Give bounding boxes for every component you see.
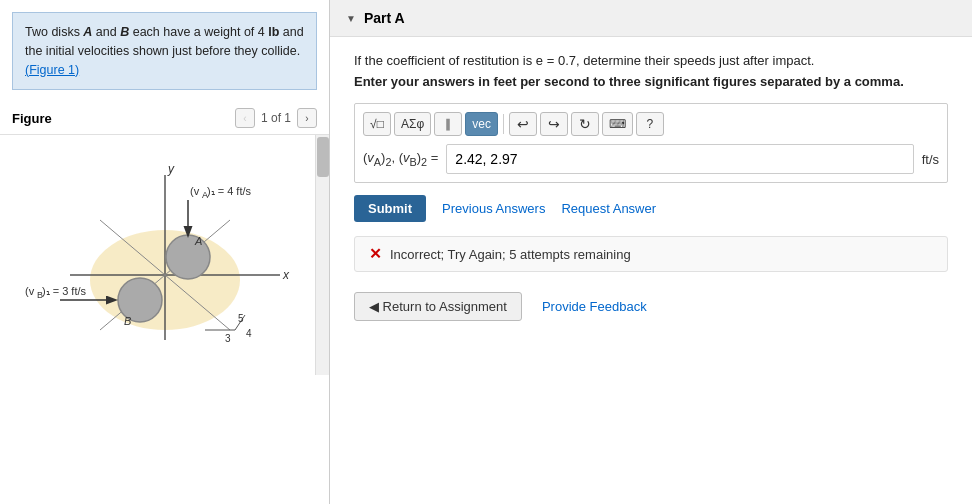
- undo-button[interactable]: ↩: [509, 112, 537, 136]
- question-text: If the coefficient of restitution is e =…: [354, 53, 948, 68]
- physics-diagram: x y A B: [20, 145, 310, 365]
- request-answer-button[interactable]: Request Answer: [561, 201, 656, 216]
- figure-label: Figure: [12, 111, 235, 126]
- figure-next-button[interactable]: ›: [297, 108, 317, 128]
- scrollbar[interactable]: [315, 135, 329, 375]
- part-header: ▼ Part A: [330, 0, 972, 37]
- figure-link[interactable]: (Figure 1): [25, 63, 79, 77]
- separator: [503, 114, 504, 134]
- instruction-text: Enter your answers in feet per second to…: [354, 74, 948, 89]
- action-row: Submit Previous Answers Request Answer: [354, 195, 948, 222]
- svg-text:(v: (v: [25, 285, 35, 297]
- svg-point-7: [166, 235, 210, 279]
- svg-text:3: 3: [225, 333, 231, 344]
- refresh-button[interactable]: ↻: [571, 112, 599, 136]
- sqrt-button[interactable]: √□: [363, 112, 391, 136]
- math-input-row: (vA)2, (vB)2 = ft/s: [363, 144, 939, 174]
- svg-text:)₁ = 3 ft/s: )₁ = 3 ft/s: [42, 285, 87, 297]
- return-to-assignment-button[interactable]: ◀ Return to Assignment: [354, 292, 522, 321]
- svg-text:(v: (v: [190, 185, 200, 197]
- svg-text:A: A: [194, 235, 202, 247]
- bottom-row: ◀ Return to Assignment Provide Feedback: [354, 292, 948, 337]
- svg-text:y: y: [167, 162, 175, 176]
- svg-text:)₁ = 4 ft/s: )₁ = 4 ft/s: [207, 185, 252, 197]
- problem-text-static: Two disks A and B each have a weight of …: [25, 25, 304, 58]
- keyboard-button[interactable]: ⌨: [602, 112, 633, 136]
- sigma-button[interactable]: ΑΣφ: [394, 112, 431, 136]
- figure-header: Figure ‹ 1 of 1 ›: [0, 102, 329, 135]
- math-answer-input[interactable]: [446, 144, 913, 174]
- error-message: Incorrect; Try Again; 5 attempts remaini…: [390, 247, 631, 262]
- svg-text:5: 5: [238, 313, 244, 324]
- figure-svg: x y A B: [0, 135, 329, 375]
- part-collapse-arrow[interactable]: ▼: [346, 13, 356, 24]
- math-unit: ft/s: [922, 152, 939, 167]
- svg-text:4: 4: [246, 328, 252, 339]
- math-input-box: √□ ΑΣφ ∥ vec ↩ ↪ ↻ ⌨ ? (vA)2, (vB)2 = ft…: [354, 103, 948, 183]
- provide-feedback-button[interactable]: Provide Feedback: [542, 299, 647, 314]
- figure-navigation: ‹ 1 of 1 ›: [235, 108, 317, 128]
- svg-text:B: B: [124, 315, 131, 327]
- previous-answers-button[interactable]: Previous Answers: [442, 201, 545, 216]
- figure-nav-text: 1 of 1: [261, 111, 291, 125]
- redo-button[interactable]: ↪: [540, 112, 568, 136]
- figure-prev-button[interactable]: ‹: [235, 108, 255, 128]
- math-toolbar: √□ ΑΣφ ∥ vec ↩ ↪ ↻ ⌨ ?: [363, 112, 939, 136]
- figure-section: Figure ‹ 1 of 1 › x y: [0, 102, 329, 504]
- scrollbar-thumb: [317, 137, 329, 177]
- help-button[interactable]: ?: [636, 112, 664, 136]
- part-content: If the coefficient of restitution is e =…: [330, 37, 972, 353]
- part-title: Part A: [364, 10, 405, 26]
- right-panel: ▼ Part A If the coefficient of restituti…: [330, 0, 972, 504]
- error-icon: ✕: [369, 245, 382, 263]
- figure-canvas: x y A B: [0, 135, 329, 375]
- left-panel: Two disks A and B each have a weight of …: [0, 0, 330, 504]
- problem-description: Two disks A and B each have a weight of …: [12, 12, 317, 90]
- math-label: (vA)2, (vB)2 =: [363, 150, 438, 168]
- parallel-button[interactable]: ∥: [434, 112, 462, 136]
- svg-text:x: x: [282, 268, 290, 282]
- submit-button[interactable]: Submit: [354, 195, 426, 222]
- vec-button[interactable]: vec: [465, 112, 498, 136]
- error-box: ✕ Incorrect; Try Again; 5 attempts remai…: [354, 236, 948, 272]
